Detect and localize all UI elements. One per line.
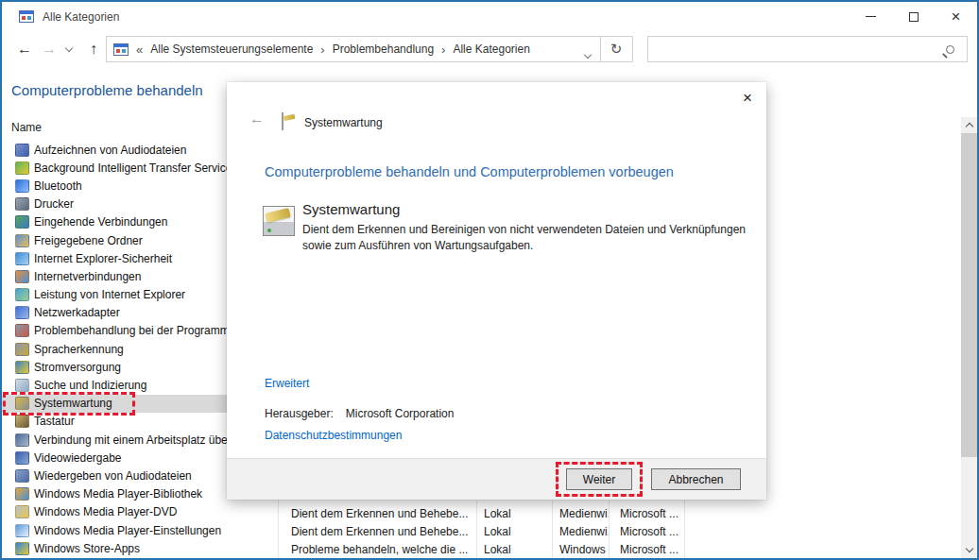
list-item-label: Spracherkennung — [34, 343, 124, 356]
table-cell: Lokal — [476, 543, 552, 556]
keyboard-icon — [15, 415, 29, 428]
table-row[interactable]: Dient dem Erkennen und Behebe...LokalMed… — [278, 504, 713, 522]
cancel-button[interactable]: Abbrechen — [651, 468, 741, 490]
video-playback-icon — [15, 451, 29, 465]
next-button[interactable]: Weiter — [566, 468, 632, 490]
vertical-scrollbar[interactable] — [961, 117, 977, 558]
table-cell: Probleme behandeln, welche die ... — [278, 543, 476, 556]
table-cell: Medienwi... — [552, 525, 609, 538]
name-column-header[interactable]: Name — [11, 121, 42, 134]
app-icon — [19, 10, 34, 23]
list-item-label: Windows Media Player-Einstellungen — [34, 524, 221, 537]
network-adapter-icon — [15, 306, 29, 319]
list-item-label: Tastatur — [34, 415, 75, 428]
scrollbar-thumb[interactable] — [961, 133, 977, 457]
list-item-label: Eingehende Verbindungen — [34, 215, 167, 229]
scroll-up-icon[interactable] — [961, 117, 977, 133]
list-item-label: Suche und Indizierung — [34, 379, 146, 392]
breadcrumb-separator-icon: › — [320, 42, 324, 57]
publisher-label: Herausgeber: — [265, 407, 334, 420]
list-item[interactable]: Windows Update — [2, 557, 276, 558]
list-item[interactable]: Windows Media Player-DVD — [2, 503, 276, 521]
audio-record-icon — [15, 144, 29, 157]
refresh-button[interactable]: ↻ — [600, 36, 633, 62]
window-title: Alle Kategorien — [43, 10, 119, 24]
search-indexing-icon — [15, 379, 29, 392]
printer-icon — [15, 197, 29, 211]
power-icon — [15, 361, 29, 374]
search-box[interactable] — [647, 36, 968, 62]
scroll-down-icon[interactable] — [961, 542, 977, 558]
up-icon[interactable]: ↑ — [82, 31, 105, 67]
privacy-link[interactable]: Datenschutzbestimmungen — [265, 429, 402, 442]
list-item-label: Background Intelligent Transfer Service — [34, 161, 232, 175]
wmp-settings-icon — [15, 524, 29, 537]
dialog-close-icon[interactable]: × — [736, 88, 759, 109]
system-maintenance-icon — [263, 206, 295, 236]
bits-icon — [15, 161, 29, 175]
list-item-label: Systemwartung — [34, 397, 112, 410]
refresh-icon: ↻ — [610, 41, 623, 58]
workplace-connection-icon — [15, 433, 29, 447]
store-apps-icon — [15, 542, 29, 555]
advanced-link[interactable]: Erweitert — [265, 377, 309, 390]
breadcrumb-all-categories[interactable]: Alle Kategorien — [453, 42, 529, 56]
list-item-label: Windows Media Player-DVD — [34, 505, 177, 518]
breadcrumb-troubleshooting[interactable]: Problembehandlung — [333, 42, 434, 56]
wmp-dvd-icon — [15, 505, 29, 518]
table-cell: Medienwi... — [552, 507, 609, 520]
search-icon[interactable] — [946, 45, 954, 54]
explorer-window: Alle Kategorien × ← → ↑ « Alle Systemste… — [0, 0, 979, 560]
dialog-back-icon[interactable]: ← — [249, 110, 265, 127]
list-item-label: Aufzeichnen von Audiodateien — [34, 144, 186, 157]
list-item-label: Bluetooth — [34, 179, 82, 193]
program-compatibility-icon — [15, 324, 29, 337]
table-row[interactable]: Probleme behandeln, welche die ...LokalW… — [278, 540, 713, 558]
table-cell: Dient dem Erkennen und Behebe... — [278, 507, 476, 520]
list-item-label: Wiedergeben von Audiodateien — [34, 469, 192, 483]
troubleshooter-dialog: × ← Systemwartung Computerprobleme behan… — [227, 82, 766, 500]
dialog-heading: Computerprobleme behandeln und Computerp… — [265, 164, 674, 179]
list-item-label: Freigegebene Ordner — [34, 234, 143, 247]
page-title: Computerprobleme behandeln — [11, 82, 203, 98]
search-input[interactable] — [648, 37, 946, 61]
dialog-footer: Weiter Abbrechen — [227, 458, 766, 500]
close-button[interactable]: × — [935, 2, 977, 31]
table-cell: Windows — [552, 543, 609, 556]
audio-playback-icon — [15, 469, 29, 483]
list-item-label: Netzwerkadapter — [34, 306, 120, 319]
list-item[interactable]: Windows Store-Apps — [2, 539, 276, 557]
list-item-label: Drucker — [34, 197, 74, 211]
troubleshooter-description: Dient dem Erkennen und Bereinigen von ni… — [302, 222, 767, 254]
shared-folders-icon — [15, 234, 29, 247]
location-icon — [113, 43, 129, 56]
address-bar[interactable]: « Alle Systemsteuerungselemente › Proble… — [106, 36, 601, 62]
bluetooth-icon — [15, 179, 29, 193]
table-cell: Microsoft ... — [609, 507, 694, 520]
table-row[interactable]: Dient dem Erkennen und Behebe...LokalMed… — [278, 522, 713, 540]
list-item-label: Problembehandlung bei der Programm — [34, 324, 230, 337]
navigation-toolbar: ← → ↑ « Alle Systemsteuerungselemente › … — [2, 31, 977, 67]
speech-recognition-icon — [15, 343, 29, 356]
address-dropdown-chevron-icon[interactable] — [585, 47, 591, 60]
table-cell: Microsoft ... — [609, 525, 694, 538]
system-maintenance-icon — [282, 112, 283, 130]
list-item-label: Windows Store-Apps — [34, 542, 140, 555]
ie-performance-icon — [15, 288, 29, 301]
list-item-label: Leistung von Internet Explorer — [34, 288, 185, 301]
troubleshooter-name: Systemwartung — [302, 201, 400, 217]
maximize-button[interactable] — [892, 2, 935, 31]
minimize-button[interactable] — [850, 2, 892, 31]
ie-security-icon — [15, 252, 29, 265]
publisher-value: Microsoft Corporation — [346, 407, 455, 420]
list-item[interactable]: Windows Media Player-Einstellungen — [2, 521, 276, 539]
breadcrumb-control-panel[interactable]: Alle Systemsteuerungselemente — [150, 42, 313, 56]
dialog-title: Systemwartung — [304, 116, 383, 129]
recent-pages-chevron-icon[interactable] — [60, 31, 77, 67]
list-item-label: Videowiedergabe — [34, 451, 122, 465]
list-item-label: Stromversorgung — [34, 361, 121, 374]
publisher-row: Herausgeber:Microsoft Corporation — [265, 407, 454, 420]
system-maintenance-icon — [15, 397, 29, 410]
back-icon[interactable]: ← — [13, 31, 36, 67]
internet-connections-icon — [15, 270, 29, 283]
